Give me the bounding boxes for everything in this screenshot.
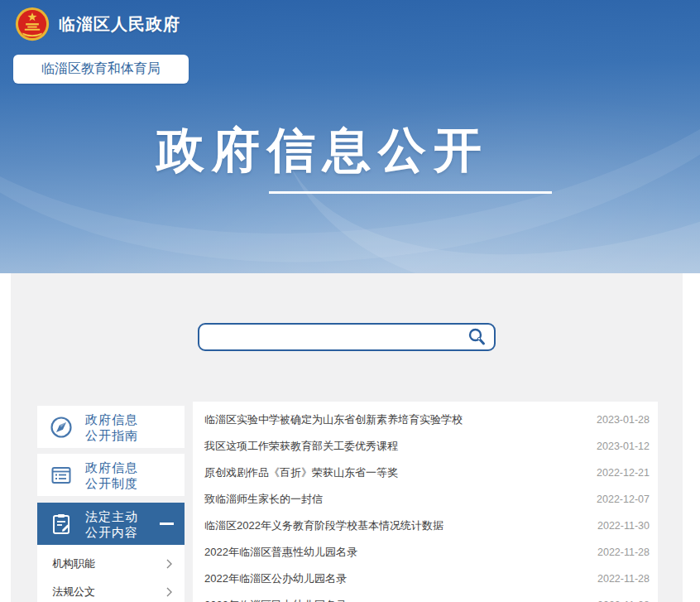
news-link[interactable]: 原创戏剧作品《百折》荣获山东省一等奖 [204, 465, 585, 480]
book-list-icon [48, 462, 74, 489]
site-title: 临淄区人民政府 [59, 13, 180, 36]
active-indicator-dash [160, 523, 174, 525]
clipboard-pencil-icon [48, 511, 74, 537]
search-input[interactable] [199, 325, 459, 349]
news-link[interactable]: 临淄区2022年义务教育阶段学校基本情况统计数据 [204, 518, 586, 533]
news-row: 原创戏剧作品《百折》荣获山东省一等奖 2022-12-21 [193, 460, 658, 486]
subitem-label: 法规公文 [52, 585, 95, 600]
news-date: 2022-12-21 [597, 467, 650, 479]
news-date: 2022-12-07 [597, 494, 650, 505]
sidebar-subpanel: 机构职能 法规公文 [37, 545, 185, 602]
sidebar-item-label: 政府信息 公开指南 [85, 412, 138, 443]
department-badge[interactable]: 临淄区教育和体育局 [13, 55, 189, 84]
news-list-panel: 临淄区实验中学被确定为山东省创新素养培育实验学校 2023-01-28 我区这项… [193, 402, 658, 602]
news-date: 2023-01-12 [597, 441, 650, 452]
sidebar-item-legal-disclosure[interactable]: 法定主动 公开内容 [37, 503, 185, 545]
news-link[interactable]: 我区这项工作荣获教育部关工委优秀课程 [204, 439, 585, 454]
chevron-right-icon [166, 559, 172, 569]
news-link[interactable]: 临淄区实验中学被确定为山东省创新素养培育实验学校 [204, 412, 585, 427]
compass-icon [48, 414, 74, 441]
page-title: 政府信息公开 [0, 118, 645, 183]
news-row: 2022年临淄区普惠性幼儿园名录 2022-11-28 [193, 539, 658, 566]
content-area: 政府信息 公开指南 政府信息 公开制度 [11, 273, 683, 602]
search-button[interactable] [459, 325, 494, 349]
department-badge-label: 临淄区教育和体育局 [41, 60, 161, 78]
site-brand[interactable]: 临淄区人民政府 [15, 7, 180, 41]
news-link[interactable]: 2022年临淄区民办幼儿园名录 [204, 598, 586, 602]
news-link[interactable]: 2022年临淄区普惠性幼儿园名录 [204, 545, 586, 560]
subitem-label: 机构职能 [52, 556, 95, 571]
chevron-right-icon [166, 587, 172, 597]
search-box [198, 323, 496, 351]
news-link[interactable]: 2022年临淄区公办幼儿园名录 [204, 571, 586, 586]
sidebar-item-system[interactable]: 政府信息 公开制度 [37, 454, 185, 496]
sidebar-subitem-regulations[interactable]: 法规公文 [37, 578, 185, 602]
sidebar-item-guide[interactable]: 政府信息 公开指南 [37, 406, 185, 448]
search-icon [467, 327, 487, 347]
news-row: 临淄区实验中学被确定为山东省创新素养培育实验学校 2023-01-28 [193, 407, 658, 433]
banner: 临淄区人民政府 临淄区教育和体育局 政府信息公开 [0, 0, 700, 273]
news-row: 2022年临淄区公办幼儿园名录 2022-11-28 [193, 566, 658, 592]
sidebar-item-label: 政府信息 公开制度 [85, 460, 138, 491]
sidebar: 政府信息 公开指南 政府信息 公开制度 [37, 406, 185, 602]
news-link[interactable]: 致临淄师生家长的一封信 [204, 492, 585, 507]
news-row: 临淄区2022年义务教育阶段学校基本情况统计数据 2022-11-30 [193, 513, 658, 539]
news-date: 2022-11-28 [597, 573, 650, 585]
news-date: 2022-11-28 [597, 547, 650, 558]
news-row: 致临淄师生家长的一封信 2022-12-07 [193, 486, 658, 513]
sidebar-item-label: 法定主动 公开内容 [85, 508, 138, 540]
sidebar-subitem-functions[interactable]: 机构职能 [37, 550, 185, 578]
news-date: 2023-01-28 [597, 414, 650, 426]
national-emblem-icon [15, 7, 50, 41]
news-date: 2022-11-30 [597, 520, 650, 532]
title-underline [269, 191, 552, 194]
news-row: 我区这项工作荣获教育部关工委优秀课程 2023-01-12 [193, 433, 658, 460]
news-row-partially-visible: 2022年临淄区民办幼儿园名录 2022-11-28 [193, 592, 658, 602]
